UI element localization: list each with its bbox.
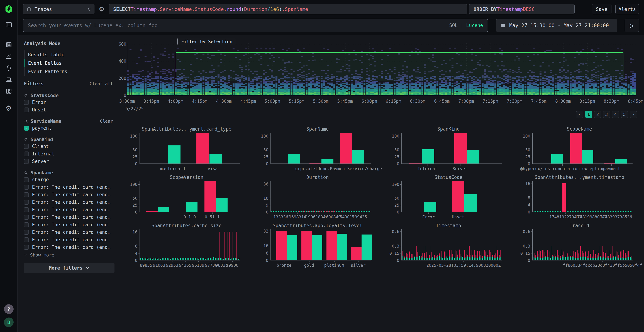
filter-option[interactable]: ✓payment [24,124,116,132]
pagination-next[interactable]: › [630,111,637,118]
checkbox[interactable]: ✓ [24,207,29,212]
mini-chart-scopeversion[interactable]: ScopeVersion025501000.1.00.51.1 [123,174,250,222]
mini-chart-spanname[interactable]: SpanName02550100grpc.oteldemo.PaymentSer… [254,125,381,174]
filter-option[interactable]: ✓Unset [24,106,116,114]
checkbox[interactable]: ✓ [24,100,29,105]
mode-sql[interactable]: SQL [449,23,458,28]
mini-chart-spanattributes-yment-timestamp[interactable]: SpanAttributes...yment.timestamp04816174… [516,174,643,222]
mini-chart-spanattributes-cache-size[interactable]: SpanAttributes.cache.size048168983591063… [123,222,250,270]
baseline-tick [226,258,226,260]
checkbox[interactable]: ✓ [24,200,29,205]
mini-chart-y-tick-label: 0 [256,210,268,214]
mini-chart-timestamp[interactable]: Timestamp00.150.30.62025-05-28T03:59:14.… [385,222,512,270]
checkbox[interactable]: ✓ [24,159,29,164]
checkbox[interactable]: ✓ [24,144,29,149]
date-range-picker[interactable]: May 27 15:30:00 - May 27 21:00:00 [496,18,617,32]
band-green-tick [422,257,422,260]
source-selector[interactable]: Traces [23,4,94,14]
filter-option[interactable]: ✓charge [24,176,116,183]
baseline-tick [576,211,576,212]
mini-chart-statuscode[interactable]: StatusCode02550100ErrorUnset [385,174,512,222]
mini-chart-duration[interactable]: Duration09183613333631698314199618342600… [254,174,381,222]
pagination-page-5[interactable]: 5 [621,111,628,118]
mini-chart-spanattributes-yment-card-type[interactable]: SpanAttributes...yment.card_type02550100… [123,125,250,174]
band-green-tick [537,258,537,260]
filter-option[interactable]: ✓Error: The credit card (end… [24,191,116,198]
checkbox[interactable]: ✓ [24,152,29,156]
alerts-button[interactable]: Alerts [616,4,639,14]
checkbox[interactable]: ✓ [24,108,29,112]
baseline-tick [544,211,545,212]
heatmap-y-tick-label: 600 [118,42,126,47]
analysis-mode-item-event-patterns[interactable]: Event Patterns [24,67,116,76]
filter-group-clear[interactable]: Clear [100,119,113,124]
baseline-tick [559,211,559,212]
alerts-bell-icon[interactable] [5,64,12,72]
filter-option[interactable]: ✓Client [24,142,116,150]
filter-by-selection-tooltip[interactable]: Filter by Selection [178,38,236,45]
mini-chart-scopename[interactable]: ScopeName02550100@hyperdx/instrumentatio… [516,125,643,174]
baseline-tick [575,211,576,212]
filter-option[interactable]: ✓Error: The credit card (end… [24,221,116,228]
pagination-page-1[interactable]: 1 [585,111,592,118]
more-filters-button[interactable]: More filters [24,263,114,273]
y-tick-mark [400,253,402,254]
baseline-tick [628,211,628,212]
query-token: Timestamp [131,6,157,12]
dashboards-icon[interactable] [5,88,12,95]
analysis-mode-item-event-deltas[interactable]: Event Deltas [24,59,116,67]
pagination-page-4[interactable]: 4 [612,111,619,118]
checkbox[interactable]: ✓ [24,215,29,220]
pagination-page-3[interactable]: 3 [603,111,610,118]
filter-option[interactable]: ✓Error: The credit card (end… [24,206,116,214]
checkbox[interactable]: ✓ [24,237,29,242]
checkbox-checked[interactable]: ✓ [24,126,29,130]
filter-option[interactable]: ✓Error: The credit card (end… [24,183,116,191]
filter-option[interactable]: ✓Server [24,158,116,165]
filter-option[interactable]: ✓Error [24,98,116,106]
heatmap-plot[interactable] [127,43,636,95]
pagination-page-2[interactable]: 2 [594,111,601,118]
sessions-icon[interactable] [5,76,12,83]
settings-gear-icon[interactable]: ⚙ [5,105,12,112]
filter-option[interactable]: ✓Error: The credit card (end… [24,214,116,221]
checkbox[interactable]: ✓ [24,222,29,227]
band-green-tick [562,256,563,260]
mini-chart-x-tick-label: silver [350,263,366,268]
mini-chart-spankind[interactable]: SpanKind02550100InternalServer [385,125,512,174]
filter-option[interactable]: ✓Error: The credit card (end… [24,236,116,244]
band-green-tick [456,257,456,260]
analysis-mode-item-results-table[interactable]: Results Table [24,50,116,59]
chart-selection-region[interactable] [176,52,624,81]
save-button[interactable]: Save [592,4,612,14]
checkbox[interactable]: ✓ [24,177,29,182]
select-clause-input[interactable]: SELECT Timestamp,ServiceName,StatusCode,… [109,4,467,14]
order-by-input[interactable]: ORDER BY Timestamp DESC [469,4,574,14]
pagination-prev[interactable]: ‹ [576,111,583,118]
events-icon[interactable] [5,41,12,48]
search-input[interactable]: Search your events w/ Lucene ex. column:… [23,18,488,32]
band-green-tick [559,256,559,260]
show-more[interactable]: Show more [24,251,116,258]
checkbox[interactable]: ✓ [24,192,29,197]
checkbox[interactable]: ✓ [24,245,29,250]
checkbox[interactable]: ✓ [24,185,29,190]
baseline-tick [163,258,164,260]
filter-option[interactable]: ✓Internal [24,150,116,158]
panel-left-icon[interactable] [5,21,12,28]
filter-option[interactable]: ✓Error: The credit card (end… [24,244,116,251]
help-button[interactable]: ? [4,304,14,314]
clear-all-filters[interactable]: Clear all [90,81,113,86]
checkbox[interactable]: ✓ [24,230,29,235]
mini-chart-spanattributes-app-loyalty-level[interactable]: SpanAttributes.app.loyalty.level081632br… [254,222,381,270]
bar-selection [276,231,287,260]
filter-option[interactable]: ✓Error: The credit card (end… [24,198,116,206]
source-settings-gear-icon[interactable]: ⚙ [96,4,107,14]
filter-option[interactable]: ✓Error: The credit card (end… [24,228,116,236]
mini-chart-traceid[interactable]: TraceId00.150.30.6ff860334facdb23d3f430f… [516,222,643,270]
user-avatar[interactable]: D [4,318,14,327]
run-query-button[interactable]: ▷ [625,18,639,32]
mode-lucene[interactable]: Lucene [466,23,483,28]
line-chart-icon[interactable] [5,53,12,60]
band-green-tick [404,258,405,260]
